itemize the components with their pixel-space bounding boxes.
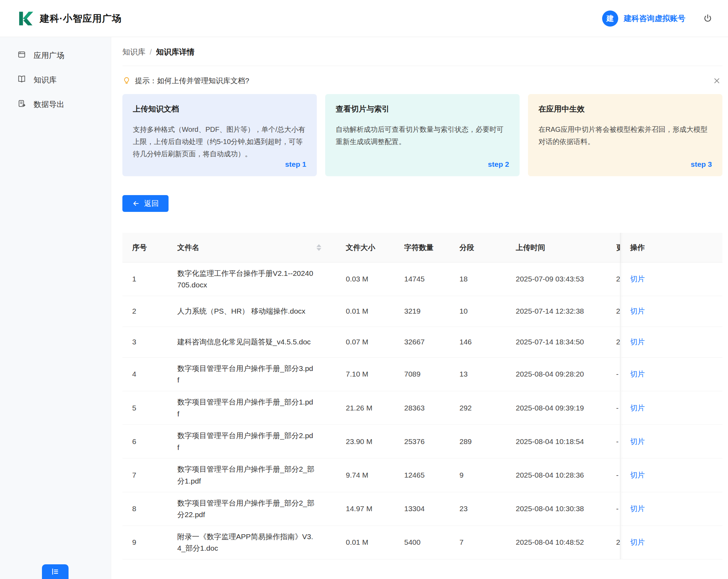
- cell-upload-time: 2025-08-04 09:28:20: [506, 370, 606, 378]
- lightbulb-icon: [122, 77, 131, 85]
- card-title: 查看切片与索引: [336, 104, 509, 114]
- cell-actions: 切片: [620, 492, 722, 526]
- slice-link[interactable]: 切片: [630, 369, 645, 379]
- cell-upload-time: 2025-08-04 10:48:52: [506, 538, 606, 546]
- cell-actions: 切片: [620, 296, 722, 327]
- table-body: 1 数字化监理工作平台操作手册V2.1--20240705.docx 0.03 …: [122, 263, 722, 559]
- card-body: 在RAG应用中切片将会被模型检索并召回，形成大模型对话的依据语料。: [538, 123, 712, 148]
- cell-filesize: 0.07 M: [336, 338, 394, 346]
- back-button[interactable]: 返回: [122, 195, 169, 212]
- cell-actions: 切片: [620, 263, 722, 296]
- step-label: step 1: [285, 160, 306, 169]
- cell-segments: 9: [450, 471, 506, 479]
- cell-clipped: -: [606, 505, 620, 513]
- cell-filename: 数字项目管理平台用户操作手册_部分3.pdf: [167, 363, 336, 386]
- breadcrumb: 知识库 / 知识库详情: [122, 37, 722, 66]
- cell-segments: 7: [450, 538, 506, 546]
- cell-segments: 289: [450, 437, 506, 446]
- cell-clipped: -: [606, 437, 620, 446]
- slice-link[interactable]: 切片: [630, 504, 645, 514]
- cell-filesize: 0.01 M: [336, 307, 394, 315]
- breadcrumb-separator: /: [150, 48, 152, 57]
- col-upload-time: 上传时间: [506, 233, 606, 262]
- cell-charcount: 3219: [394, 307, 450, 315]
- cell-filename: 建科咨询信息化常见问题答疑_v4.5.5.doc: [167, 336, 336, 348]
- cell-charcount: 25376: [394, 437, 450, 446]
- card-body: 自动解析成功后可查看切片数量与索引状态，必要时可重新生成或调整配置。: [336, 123, 509, 148]
- cell-actions: 切片: [620, 391, 722, 424]
- cell-charcount: 28363: [394, 404, 450, 412]
- cell-filename: 数字项目管理平台用户操作手册_部分1.pdf: [167, 396, 336, 420]
- slice-link[interactable]: 切片: [630, 306, 645, 316]
- sidebar-collapse-button[interactable]: [42, 564, 69, 579]
- knowledge-base-icon: [17, 75, 26, 85]
- table-row: 6 数字项目管理平台用户操作手册_部分2.pdf 23.90 M 25376 2…: [122, 425, 722, 458]
- col-charcount: 字符数量: [394, 233, 450, 262]
- table-row: 9 附录一《数字监理APP简易操作指南》V3.4_部分1.doc 0.01 M …: [122, 526, 722, 559]
- breadcrumb-parent[interactable]: 知识库: [122, 47, 145, 57]
- table-row: 4 数字项目管理平台用户操作手册_部分3.pdf 7.10 M 7089 13 …: [122, 358, 722, 391]
- card-title: 上传知识文档: [133, 104, 306, 114]
- cell-actions: 切片: [620, 327, 722, 357]
- data-export-icon: [17, 99, 26, 110]
- sidebar-item-label: 数据导出: [34, 99, 64, 110]
- cell-filesize: 21.26 M: [336, 404, 394, 412]
- cell-index: 3: [122, 338, 167, 346]
- cell-segments: 13: [450, 370, 506, 378]
- step-card-apply: 在应用中生效 在RAG应用中切片将会被模型检索并召回，形成大模型对话的依据语料。…: [528, 94, 722, 176]
- cell-clipped: -: [606, 370, 620, 378]
- avatar[interactable]: 建: [602, 10, 618, 27]
- slice-link[interactable]: 切片: [630, 337, 645, 347]
- cell-filename: 人力系统（PS、HR） 移动端操作.docx: [167, 305, 336, 317]
- back-button-label: 返回: [144, 199, 159, 208]
- sidebar-item-data-export[interactable]: 数据导出: [0, 92, 111, 117]
- slice-link[interactable]: 切片: [630, 470, 645, 480]
- close-icon[interactable]: [711, 75, 722, 86]
- cell-clipped: 2: [606, 275, 620, 283]
- step-label: step 3: [691, 160, 712, 169]
- sidebar-item-knowledge-base[interactable]: 知识库: [0, 68, 111, 92]
- cell-filesize: 23.90 M: [336, 437, 394, 446]
- step-card-slices: 查看切片与索引 自动解析成功后可查看切片数量与索引状态，必要时可重新生成或调整配…: [325, 94, 520, 176]
- cell-charcount: 7089: [394, 370, 450, 378]
- cell-index: 2: [122, 307, 167, 315]
- table-row: 2 人力系统（PS、HR） 移动端操作.docx 0.01 M 3219 10 …: [122, 296, 722, 327]
- table-row: 7 数字项目管理平台用户操作手册_部分2_部分1.pdf 9.74 M 1246…: [122, 458, 722, 492]
- col-clipped: 更: [606, 233, 620, 262]
- cell-filename: 附录一《数字监理APP简易操作指南》V3.4_部分1.doc: [167, 531, 336, 554]
- card-body: 支持多种格式（Word、PDF、图片等），单个/总大小有上限，上传后自动处理（约…: [133, 123, 306, 160]
- card-title: 在应用中生效: [538, 104, 712, 114]
- cell-filename: 数字项目管理平台用户操作手册_部分2.pdf: [167, 430, 336, 453]
- col-index: 序号: [122, 233, 167, 262]
- cell-actions: 切片: [620, 526, 722, 559]
- cell-segments: 292: [450, 404, 506, 412]
- cell-segments: 23: [450, 505, 506, 513]
- logout-power-icon[interactable]: [703, 14, 713, 23]
- page-title: 知识库详情: [156, 47, 194, 57]
- cell-upload-time: 2025-08-04 10:18:54: [506, 437, 606, 446]
- slice-link[interactable]: 切片: [630, 403, 645, 413]
- cell-filename: 数字项目管理平台用户操作手册_部分2_部分1.pdf: [167, 463, 336, 487]
- account-name[interactable]: 建科咨询虚拟账号: [624, 13, 685, 24]
- cell-filesize: 9.74 M: [336, 471, 394, 479]
- slice-link[interactable]: 切片: [630, 274, 645, 284]
- cell-clipped: -: [606, 404, 620, 412]
- cell-filesize: 14.97 M: [336, 505, 394, 513]
- cell-upload-time: 2025-08-04 09:39:19: [506, 404, 606, 412]
- col-segments: 分段: [450, 233, 506, 262]
- slice-link[interactable]: 切片: [630, 537, 645, 547]
- cell-segments: 18: [450, 275, 506, 283]
- cell-actions: 切片: [620, 358, 722, 391]
- sidebar: 应用广场 知识库 数据导出: [0, 37, 111, 579]
- app-title: 建科·小智应用广场: [40, 12, 122, 25]
- sidebar-item-app-plaza[interactable]: 应用广场: [0, 43, 111, 68]
- sort-icon[interactable]: [316, 244, 321, 251]
- slice-link[interactable]: 切片: [630, 437, 645, 446]
- cell-charcount: 13304: [394, 505, 450, 513]
- table-row: 3 建科咨询信息化常见问题答疑_v4.5.5.doc 0.07 M 32667 …: [122, 327, 722, 358]
- cell-upload-time: 2025-07-14 12:32:38: [506, 307, 606, 315]
- sidebar-item-label: 知识库: [34, 75, 57, 85]
- cell-index: 5: [122, 404, 167, 412]
- cell-index: 4: [122, 370, 167, 378]
- app-logo-icon: [15, 9, 34, 28]
